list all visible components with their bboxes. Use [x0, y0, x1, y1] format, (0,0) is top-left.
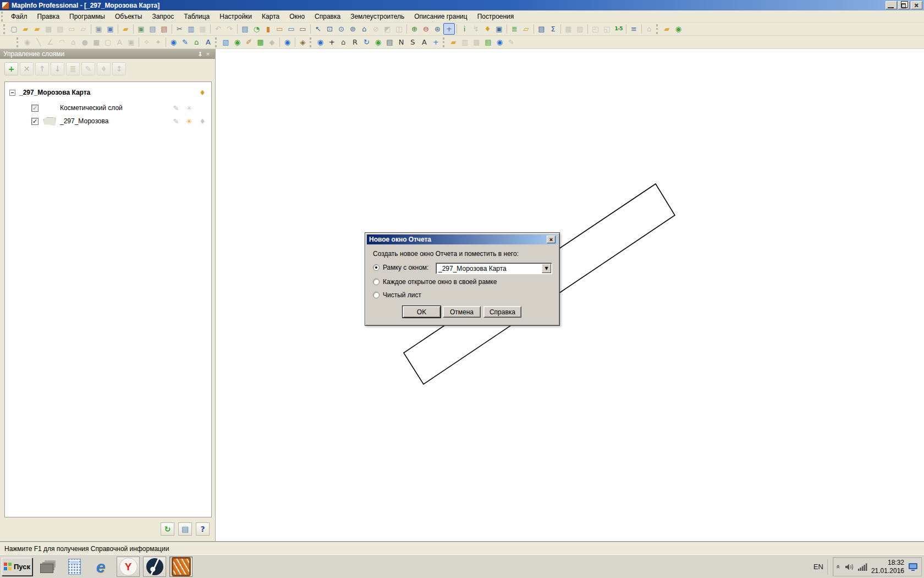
open-icon[interactable]: ▰ — [20, 23, 31, 35]
toolbar-grip[interactable] — [310, 37, 314, 47]
arc-tool-icon[interactable]: ◠ — [56, 36, 68, 48]
unselect-all-icon[interactable]: ⊘ — [370, 23, 382, 35]
toolbar-grip[interactable] — [215, 37, 219, 47]
dialog-titlebar[interactable]: Новое окно Отчета × — [367, 235, 558, 244]
close-all-icon[interactable]: ▨ — [54, 23, 66, 35]
morozova-autolabel-icon[interactable]: ✳ — [184, 116, 194, 126]
map-hotlink-tag-icon[interactable]: ♦ — [197, 88, 207, 97]
graticule-icon[interactable]: ▦ — [255, 36, 266, 48]
menu-settings[interactable]: Настройки — [215, 11, 257, 22]
boundary-select-icon[interactable]: ⊚ — [347, 23, 359, 35]
chevron-down-icon[interactable]: ▼ — [542, 264, 551, 273]
layer-panel-close-icon[interactable]: × — [204, 50, 212, 58]
close-table-icon[interactable]: ▩ — [43, 23, 54, 35]
frame-tool-icon[interactable]: ▣ — [125, 36, 137, 48]
add-node-icon[interactable]: ✦ — [152, 36, 164, 48]
menu-table[interactable]: Таблица — [179, 11, 215, 22]
line-tool-icon[interactable]: ╲ — [33, 36, 45, 48]
menu-map[interactable]: Карта — [257, 11, 284, 22]
layer-down-button[interactable]: ↓ — [51, 62, 64, 75]
new-table-icon[interactable]: ▢ — [8, 23, 20, 35]
menu-programs[interactable]: Программы — [64, 11, 110, 22]
tool-disabled2-icon[interactable]: ▦ — [471, 36, 482, 48]
legend-icon[interactable]: ▤ — [536, 23, 547, 35]
language-indicator[interactable]: EN — [813, 563, 823, 571]
globe-arrow-icon[interactable]: ◉ — [372, 36, 384, 48]
new-browser-icon[interactable]: ▤ — [239, 23, 251, 35]
text-tool-icon[interactable]: A — [114, 36, 125, 48]
menu-window[interactable]: Окно — [284, 11, 310, 22]
change-zoom-icon[interactable]: ⊛ — [432, 23, 443, 35]
open-folder2-icon[interactable]: ▰ — [448, 36, 459, 48]
label-layer-button[interactable]: ♦ — [97, 62, 111, 75]
map-canvas[interactable] — [216, 49, 924, 542]
polygon-tool-icon[interactable]: ⌂ — [68, 36, 79, 48]
home-icon[interactable]: ⌂ — [338, 36, 349, 48]
layer-style-swatch[interactable] — [43, 117, 56, 126]
display-tray-icon[interactable] — [908, 563, 918, 571]
invert-selection-icon[interactable]: ◩ — [382, 23, 393, 35]
menu-help[interactable]: Справка — [310, 11, 345, 22]
cosmetic-autolabel-icon[interactable]: ✳ — [184, 103, 194, 113]
radius-select-icon[interactable]: ⊙ — [336, 23, 347, 35]
menu-grip[interactable] — [1, 12, 5, 21]
clip-region-off-icon[interactable]: ◱ — [601, 23, 613, 35]
help-button[interactable]: ? — [196, 522, 210, 536]
globe-tool-icon[interactable]: ◉ — [282, 36, 293, 48]
menu-edit[interactable]: Правка — [32, 11, 65, 22]
save-workspace-icon[interactable]: ▣ — [105, 23, 116, 35]
legend-window-icon[interactable]: ≡ — [628, 23, 640, 35]
layer-style-button[interactable]: ✎ — [81, 62, 95, 75]
tool-disabled1-icon[interactable]: ▥ — [459, 36, 471, 48]
morozova-layer-checkbox[interactable]: ✓ — [31, 118, 38, 125]
menu-file[interactable]: Файл — [6, 11, 32, 22]
letter-s-icon[interactable]: S — [407, 36, 419, 48]
info-tool-icon[interactable]: i — [459, 23, 470, 35]
mdi-minimize-button[interactable] — [886, 1, 894, 9]
volume-icon[interactable] — [845, 563, 854, 571]
new-chart-icon[interactable]: ▮ — [262, 23, 274, 35]
pin-icon[interactable] — [196, 50, 204, 58]
open-web-service-icon[interactable]: ◉ — [673, 23, 684, 35]
export-legend-button[interactable]: ▤ — [178, 522, 192, 536]
search-book-icon[interactable]: ◈ — [297, 36, 309, 48]
steam-icon[interactable] — [143, 557, 166, 577]
text-style-icon[interactable]: A — [202, 36, 214, 48]
drag-map-icon[interactable]: ▣ — [493, 23, 505, 35]
print-window-icon[interactable]: ▤ — [158, 23, 170, 35]
cut-icon[interactable]: ✂ — [174, 23, 185, 35]
undo-icon[interactable]: ↶ — [212, 23, 224, 35]
document-icon[interactable]: ▤ — [384, 36, 395, 48]
symbol-style-icon[interactable]: ◉ — [168, 36, 179, 48]
mapbasic-window-icon[interactable]: ⌂ — [644, 23, 655, 35]
collapse-icon[interactable] — [9, 90, 15, 96]
paste-icon[interactable]: ▦ — [197, 23, 208, 35]
register-image-icon[interactable]: ▧ — [220, 36, 232, 48]
line-style-icon[interactable]: ✎ — [179, 36, 191, 48]
ruler-icon[interactable]: ▱ — [520, 23, 532, 35]
menu-objects[interactable]: Объекты — [110, 11, 147, 22]
clip-region-on-icon[interactable]: ◰ — [590, 23, 601, 35]
tree-row-morozova-layer[interactable]: ✓ _297_Морозова ✎ ✳ ♦ — [5, 115, 211, 127]
marquee-select-icon[interactable]: ⊡ — [324, 23, 336, 35]
add-point-icon[interactable]: + — [326, 36, 338, 48]
tree-row-cosmetic-layer[interactable]: ✓ Косметический слой ✎ ✳ — [5, 102, 211, 114]
statistics-icon[interactable]: Σ — [547, 23, 559, 35]
layer-up-button[interactable]: ↑ — [35, 62, 49, 75]
menu-query[interactable]: Запрос — [147, 11, 179, 22]
scalebar-icon[interactable]: 1–5 — [613, 23, 624, 35]
layer-control-icon[interactable]: ≣ — [509, 23, 520, 35]
cosmetic-edit-icon[interactable]: ✎ — [171, 103, 181, 113]
mapinfo-taskbar-icon[interactable] — [169, 557, 193, 577]
refresh-map-button[interactable]: ↻ — [161, 522, 174, 536]
new-grapher-icon[interactable]: ◔ — [251, 23, 262, 35]
tree-row-map[interactable]: _297_Морозова Карта ♦ — [5, 86, 211, 99]
menu-land-surveyor[interactable]: Землеустроитель — [345, 11, 409, 22]
polygon-select-icon[interactable]: ⌂ — [359, 23, 370, 35]
assign-selected-icon[interactable]: ▧ — [574, 23, 586, 35]
close-map-icon[interactable]: ▭ — [66, 23, 78, 35]
revert-table-icon[interactable]: ▱ — [78, 23, 89, 35]
start-button[interactable]: Пуск — [2, 558, 32, 576]
region-style-icon[interactable]: ⌂ — [191, 36, 202, 48]
toolbar-grip[interactable] — [3, 24, 7, 34]
